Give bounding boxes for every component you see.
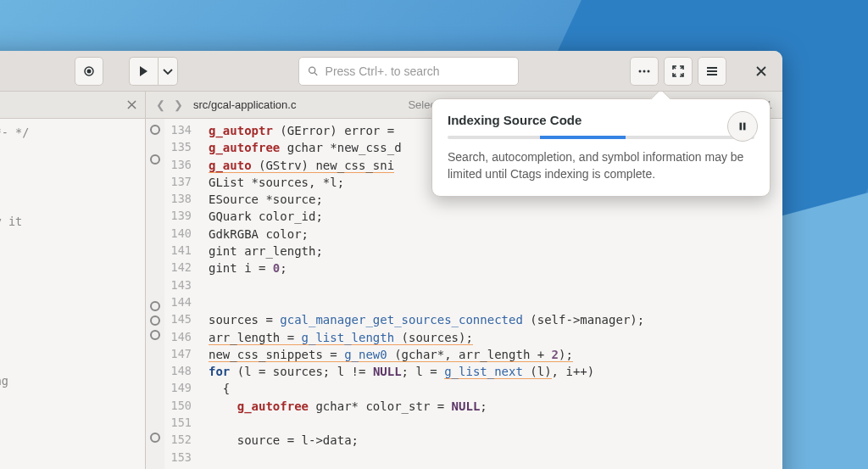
breakpoint-gutter[interactable] <box>146 119 164 469</box>
svg-point-6 <box>648 70 650 72</box>
line-number: 147 <box>164 346 192 363</box>
line-number: 152 <box>164 432 192 449</box>
line-number: 140 <box>164 226 192 243</box>
pause-icon <box>737 120 748 132</box>
popover-body: Search, autocompletion, and symbol infor… <box>448 149 754 182</box>
close-icon <box>754 64 768 78</box>
line-number: 135 <box>164 139 192 156</box>
search-input[interactable] <box>326 64 509 78</box>
close-icon <box>127 100 136 109</box>
line-number: 136 <box>164 157 192 174</box>
code-line[interactable]: gint arr_length; <box>209 243 782 260</box>
svg-point-1 <box>86 69 91 73</box>
line-number: 141 <box>164 243 192 260</box>
close-tab-button[interactable] <box>127 98 136 112</box>
run-button[interactable] <box>129 57 158 86</box>
popover-title: Indexing Source Code <box>448 113 754 127</box>
ide-window: e <box>0 51 782 469</box>
code-line[interactable]: sources = gcal_manager_get_sources_conne… <box>209 311 782 328</box>
code-line[interactable]: GdkRGBA color; <box>209 226 782 243</box>
svg-point-4 <box>639 70 642 72</box>
line-number: 137 <box>164 174 192 191</box>
code-line[interactable]: arr_length = g_list_length (sources); <box>209 329 782 346</box>
breakpoint-marker[interactable] <box>150 315 160 326</box>
code-line[interactable]: new_css_snippets = g_new0 (gchar*, arr_l… <box>209 346 782 363</box>
left-tab-bar: 23:1 ▾ <box>0 92 145 119</box>
main-editor-pane: ❮ ❯ src/gcal-application.c Select Symbol… <box>146 92 782 469</box>
breakpoint-marker[interactable] <box>150 330 160 340</box>
search-bar[interactable] <box>298 57 519 86</box>
line-number: 144 <box>164 294 192 311</box>
breakpoint-marker[interactable] <box>150 154 160 165</box>
progress-bar <box>448 136 754 139</box>
nav-back-button[interactable]: ❮ <box>156 98 165 111</box>
indexing-popover: Indexing Source Code Search, autocomplet… <box>431 98 771 197</box>
code-line[interactable]: { <box>209 380 782 397</box>
line-number: 139 <box>164 208 192 225</box>
line-number: 150 <box>164 398 192 415</box>
line-number: 148 <box>164 363 192 380</box>
svg-rect-8 <box>743 123 746 131</box>
close-window-button[interactable] <box>747 57 776 86</box>
line-number: 153 <box>164 449 192 466</box>
play-icon <box>136 64 150 78</box>
left-code-view[interactable]: c-offset: 2 -*- */ e.org> and/or modify … <box>0 119 145 413</box>
svg-point-5 <box>643 70 646 72</box>
line-number: 142 <box>164 260 192 276</box>
run-button-group <box>129 57 178 86</box>
code-line[interactable]: GQuark color_id; <box>209 208 782 225</box>
code-line[interactable]: source = l->data; <box>209 432 782 449</box>
line-number: 151 <box>164 415 192 432</box>
line-number: 134 <box>164 122 192 139</box>
line-number: 145 <box>164 311 192 328</box>
code-line[interactable] <box>209 277 782 294</box>
overflow-menu-button[interactable] <box>630 57 659 86</box>
svg-line-3 <box>314 72 317 75</box>
svg-point-2 <box>309 67 314 73</box>
line-number: 149 <box>164 380 192 397</box>
code-line[interactable] <box>209 449 782 466</box>
breakpoint-marker[interactable] <box>150 301 160 311</box>
code-line[interactable]: g_autofree gchar* color_str = NULL; <box>209 398 782 415</box>
hamburger-menu-button[interactable] <box>698 57 726 86</box>
record-button[interactable] <box>75 57 103 86</box>
search-icon <box>308 65 319 77</box>
hamburger-icon <box>705 64 719 78</box>
line-number: 138 <box>164 191 192 208</box>
code-line[interactable] <box>209 415 782 432</box>
file-path-label[interactable]: src/gcal-application.c <box>193 98 296 111</box>
line-number: 143 <box>164 277 192 294</box>
svg-rect-7 <box>740 123 743 131</box>
line-number: 146 <box>164 329 192 346</box>
code-line[interactable]: for (l = sources; l != NULL; l = g_list_… <box>209 363 782 380</box>
header-bar: e <box>0 51 782 92</box>
nav-forward-button[interactable]: ❯ <box>174 98 183 111</box>
left-editor-pane: 23:1 ▾ c-offset: 2 -*- */ e.org> and/or … <box>0 92 146 469</box>
breakpoint-marker[interactable] <box>150 433 160 443</box>
breakpoint-marker[interactable] <box>150 125 160 135</box>
record-icon <box>82 64 96 78</box>
run-menu-button[interactable] <box>158 57 178 86</box>
line-number-gutter: 1341351361371381391401411421431441451461… <box>164 119 200 469</box>
content-area: 23:1 ▾ c-offset: 2 -*- */ e.org> and/or … <box>0 92 782 469</box>
code-line[interactable]: gint i = 0; <box>209 260 782 276</box>
code-line[interactable] <box>209 294 782 311</box>
pause-indexing-button[interactable] <box>727 111 758 142</box>
fullscreen-icon <box>671 64 685 78</box>
ellipsis-icon <box>637 64 651 78</box>
fullscreen-button[interactable] <box>664 57 693 86</box>
chevron-down-icon <box>161 64 175 78</box>
